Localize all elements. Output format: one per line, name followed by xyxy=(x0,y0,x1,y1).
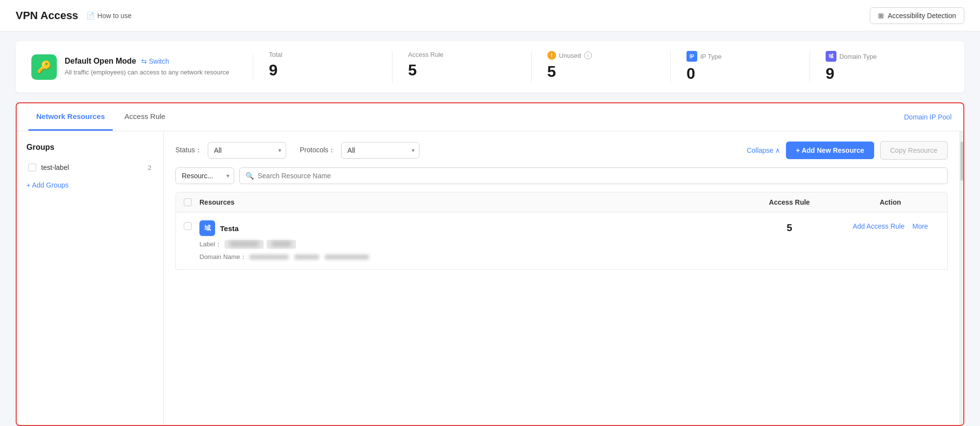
domain-type-icon: 域 xyxy=(826,51,836,62)
add-new-resource-button[interactable]: + Add New Resource xyxy=(786,142,874,159)
key-icon: 🔑 xyxy=(37,60,51,74)
scrollbar-track[interactable] xyxy=(959,131,963,425)
protocols-label: Protocols： xyxy=(300,146,335,155)
group-name: test-label xyxy=(41,164,143,171)
stat-domain-type: 域 Domain Type 9 xyxy=(810,51,949,83)
protocols-select-wrapper: All xyxy=(341,142,419,159)
resource-name: Testa xyxy=(220,224,239,233)
label-key: Label： xyxy=(199,240,221,249)
row-label-row: Label： xyxy=(199,240,737,249)
groups-title: Groups xyxy=(26,143,153,152)
tabs-bar: Network Resources Access Rule Domain IP … xyxy=(17,103,963,131)
document-icon: 📄 xyxy=(86,12,95,20)
tabs-left: Network Resources Access Rule xyxy=(28,103,177,131)
ip-type-icon: IP xyxy=(686,51,697,62)
label-tag-1 xyxy=(224,240,264,249)
mode-icon: 🔑 xyxy=(31,54,57,80)
how-to-use-link[interactable]: 📄 How to use xyxy=(86,12,132,20)
stat-ip-type: IP IP Type 0 xyxy=(671,51,810,83)
stat-unused: ! Unused i 5 xyxy=(532,51,671,83)
toolbar: Status： All Protocols： All Collapse ∧ + … xyxy=(175,141,948,160)
sidebar: Groups test-label 2 + Add Groups xyxy=(17,131,164,425)
chevron-up-icon: ∧ xyxy=(775,146,780,154)
domain-key: Domain Name： xyxy=(199,253,246,261)
row-content: 域 Testa Label： xyxy=(199,220,737,261)
mode-section: 🔑 Default Open Mode ⇆ Switch All traffic… xyxy=(31,54,253,80)
status-select-wrapper: All xyxy=(208,142,286,159)
row-access-rule: 5 xyxy=(745,220,833,234)
table-row: 域 Testa Label： xyxy=(175,213,948,270)
search-input[interactable] xyxy=(258,172,941,180)
search-icon: 🔍 xyxy=(245,172,254,180)
stat-domain-type-label: 域 Domain Type xyxy=(826,51,933,62)
stat-total-label: Total xyxy=(269,51,376,58)
mode-title-row: Default Open Mode ⇆ Switch xyxy=(65,57,229,66)
table-container: Resources Access Rule Action 域 Testa Lab… xyxy=(175,192,948,270)
resource-type-select-wrapper: Resourc... xyxy=(175,167,234,184)
info-icon: i xyxy=(584,51,592,59)
search-row: Resourc... 🔍 xyxy=(175,167,948,184)
more-link[interactable]: More xyxy=(912,222,928,230)
col-action: Action xyxy=(841,198,939,206)
add-access-rule-link[interactable]: Add Access Rule xyxy=(853,222,905,230)
stat-access-rule: Access Rule 5 xyxy=(392,51,532,83)
resource-type-select[interactable]: Resourc... xyxy=(175,167,234,184)
stat-items: Total 9 Access Rule 5 ! Unused i 5 IP IP… xyxy=(253,51,949,83)
group-count: 2 xyxy=(148,164,151,171)
add-groups-button[interactable]: + Add Groups xyxy=(26,181,153,189)
copy-resource-button[interactable]: Copy Resource xyxy=(880,141,948,160)
row-checkbox[interactable] xyxy=(184,222,192,230)
stat-total: Total 9 xyxy=(253,51,392,83)
label-tag-2 xyxy=(267,240,296,249)
mode-info: Default Open Mode ⇆ Switch All traffic (… xyxy=(65,57,229,77)
col-access-rule: Access Rule xyxy=(745,198,833,206)
row-domain-row: Domain Name： xyxy=(199,253,737,261)
resource-domain-icon: 域 xyxy=(199,220,215,236)
switch-button[interactable]: ⇆ Switch xyxy=(141,57,169,65)
right-content: Status： All Protocols： All Collapse ∧ + … xyxy=(164,131,959,425)
col-resources: Resources xyxy=(199,198,737,206)
accessibility-icon: ⊞ xyxy=(878,12,884,20)
warning-icon: ! xyxy=(547,51,556,60)
protocols-select[interactable]: All xyxy=(341,142,419,159)
stat-domain-type-value: 9 xyxy=(826,65,933,83)
page-title: VPN Access xyxy=(16,9,78,22)
header: VPN Access 📄 How to use ⊞ Accessibility … xyxy=(0,0,980,31)
search-input-wrapper: 🔍 xyxy=(239,167,948,184)
group-checkbox[interactable] xyxy=(28,164,36,171)
stat-access-rule-label: Access Rule xyxy=(408,51,515,58)
stat-unused-label: ! Unused i xyxy=(547,51,655,60)
mode-title: Default Open Mode xyxy=(65,57,136,66)
table-header: Resources Access Rule Action xyxy=(175,192,948,213)
accessibility-detection-button[interactable]: ⊞ Accessibility Detection xyxy=(870,7,964,24)
scrollbar-thumb[interactable] xyxy=(960,142,963,181)
stat-unused-value: 5 xyxy=(547,63,655,81)
row-actions: Add Access Rule More xyxy=(841,220,939,230)
tab-access-rule[interactable]: Access Rule xyxy=(117,103,173,131)
switch-arrows-icon: ⇆ xyxy=(141,57,147,65)
header-left: VPN Access 📄 How to use xyxy=(16,9,132,22)
status-label: Status： xyxy=(175,146,202,155)
main-panel: Network Resources Access Rule Domain IP … xyxy=(16,102,964,426)
status-select[interactable]: All xyxy=(208,142,286,159)
stat-ip-type-value: 0 xyxy=(686,65,794,83)
stats-card: 🔑 Default Open Mode ⇆ Switch All traffic… xyxy=(16,41,964,93)
tab-network-resources[interactable]: Network Resources xyxy=(28,103,113,131)
stat-ip-type-label: IP IP Type xyxy=(686,51,794,62)
collapse-button[interactable]: Collapse ∧ xyxy=(747,146,780,154)
domain-ip-pool-link[interactable]: Domain IP Pool xyxy=(904,113,952,121)
mode-desc: All traffic (employees) can access to an… xyxy=(65,68,229,77)
content-area: Groups test-label 2 + Add Groups Status：… xyxy=(17,131,963,425)
header-checkbox[interactable] xyxy=(184,198,192,206)
group-item[interactable]: test-label 2 xyxy=(26,160,153,175)
stat-access-rule-value: 5 xyxy=(408,61,515,79)
stat-total-value: 9 xyxy=(269,61,376,79)
row-name-row: 域 Testa xyxy=(199,220,737,236)
